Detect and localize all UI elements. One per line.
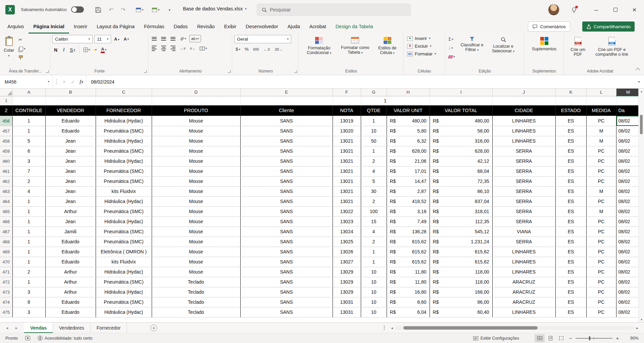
cell-J460[interactable]: SERRA — [492, 156, 555, 166]
cell-E468[interactable]: SANS — [240, 237, 333, 247]
cell-I468[interactable]: R$1.231,24 — [430, 237, 492, 247]
cell-F1[interactable] — [333, 96, 361, 105]
user-avatar[interactable] — [548, 4, 559, 15]
cell-I459[interactable]: R$628,00 — [430, 146, 492, 156]
new-sheet-button[interactable]: + — [150, 325, 157, 331]
cell-L468[interactable]: PC — [586, 237, 616, 247]
row-header-468[interactable]: 468 — [0, 237, 12, 247]
cell-B474[interactable]: Eduardo — [45, 297, 96, 307]
cell-L463[interactable]: M — [586, 186, 616, 196]
cell-G456[interactable]: 1 — [361, 116, 387, 126]
cell-D461[interactable]: Mouse — [152, 166, 240, 176]
qat-overflow-button[interactable]: ▾ — [166, 5, 173, 14]
redo-button[interactable]: ↷ — [118, 5, 128, 14]
cell-M474[interactable]: 08/02 — [616, 297, 640, 307]
cell-K475[interactable]: ES — [555, 307, 586, 317]
cell-F467[interactable]: 13024 — [333, 227, 361, 237]
row-header-459[interactable]: 459 — [0, 146, 12, 156]
zoom-slider-thumb[interactable] — [589, 336, 590, 340]
cell-J1[interactable] — [492, 96, 555, 105]
ribbon-tab-formulas[interactable]: Fórmulas — [139, 19, 169, 34]
column-header-F[interactable]: F — [333, 89, 361, 96]
cell-A473[interactable]: 3 — [12, 287, 45, 297]
zoom-slider[interactable] — [576, 338, 612, 339]
cell-M457[interactable]: 08/02 — [616, 126, 640, 136]
ribbon-tab-revisao[interactable]: Revisão — [192, 19, 219, 34]
decrease-font-size-button[interactable]: A▾ — [122, 36, 130, 43]
cell-K468[interactable]: ES — [555, 237, 586, 247]
macro-record-icon[interactable] — [25, 336, 30, 340]
cell-C466[interactable]: Hidráulica (Hydac) — [96, 216, 152, 227]
cell-A461[interactable]: 7 — [12, 166, 45, 176]
cell-K457[interactable]: ES — [555, 126, 586, 136]
cell-H466[interactable]: R$7,49 — [387, 216, 430, 227]
merge-center-button[interactable]: ▾ — [198, 45, 208, 52]
select-all-corner[interactable] — [0, 89, 12, 96]
cell-E1[interactable] — [240, 96, 333, 105]
cell-G468[interactable]: 2 — [361, 237, 387, 247]
ribbon-tab-exibir[interactable]: Exibir — [219, 19, 241, 34]
cell-J459[interactable]: SERRA — [492, 146, 555, 156]
find-select-button[interactable]: Localizar e Selecionar ▾ — [488, 35, 519, 54]
table-header-medida[interactable]: MEDIDA — [586, 105, 616, 116]
share-button[interactable]: Compartilhamento — [582, 21, 635, 32]
cell-I475[interactable]: R$60,40 — [430, 307, 492, 317]
font-size-select[interactable]: 11▾ — [94, 35, 111, 43]
row-header-1[interactable]: 1 — [0, 96, 12, 105]
delete-cells-button[interactable]: Excluir▾ — [405, 43, 433, 50]
cell-A456[interactable]: 1 — [12, 116, 45, 126]
cell-A462[interactable]: 2 — [12, 176, 45, 186]
sheet-tab-vendas[interactable]: Vendas — [24, 323, 53, 333]
cell-H475[interactable]: R$6,04 — [387, 307, 430, 317]
row-header-457[interactable]: 457 — [0, 126, 12, 136]
cell-D457[interactable]: Mouse — [152, 126, 240, 136]
cell-B456[interactable]: Eduardo — [45, 116, 96, 126]
cell-F460[interactable]: 13021 — [333, 156, 361, 166]
cell-I461[interactable]: R$68,04 — [430, 166, 492, 176]
row-header-465[interactable]: 465 — [0, 206, 12, 216]
cell-A470[interactable]: 1 — [12, 257, 45, 267]
create-pdf-share-button[interactable]: Crie um PDF e compartilhe o link — [591, 35, 632, 57]
align-bottom-button[interactable] — [169, 35, 177, 42]
cell-J473[interactable]: ARACRUZ — [492, 287, 555, 297]
cell-D465[interactable]: Mouse — [152, 206, 240, 216]
orientation-button[interactable]: ab▾ — [179, 35, 188, 42]
table-header-nota[interactable]: NOTA — [333, 105, 361, 116]
cell-F469[interactable]: 13026 — [333, 247, 361, 257]
cell-M1[interactable] — [616, 96, 640, 105]
cell-C457[interactable]: Pneumática (SMC) — [96, 126, 152, 136]
table-header-cidade[interactable]: CIDADE — [492, 105, 555, 116]
cell-J463[interactable]: SERRA — [492, 186, 555, 196]
cell-I458[interactable]: R$316,00 — [430, 136, 492, 146]
font-dialog-launcher-icon[interactable] — [144, 70, 147, 73]
clear-button[interactable]: ▾ — [447, 53, 456, 60]
column-header-C[interactable]: C — [96, 89, 152, 96]
cell-B457[interactable]: Eduardo — [45, 126, 96, 136]
cell-K465[interactable]: ES — [555, 206, 586, 216]
minimize-button[interactable]: – — [587, 0, 606, 19]
normal-view-button[interactable] — [535, 334, 545, 342]
align-right-button[interactable] — [169, 45, 177, 52]
format-cells-button[interactable]: Formatar▾ — [405, 50, 438, 57]
cell-G469[interactable]: 1 — [361, 247, 387, 257]
cell-E461[interactable]: SANS — [240, 166, 333, 176]
cell-C468[interactable]: Pneumática (SMC) — [96, 237, 152, 247]
cell-K470[interactable]: ES — [555, 257, 586, 267]
cell-F471[interactable]: 13029 — [333, 267, 361, 277]
cell-K464[interactable]: ES — [555, 196, 586, 206]
accessibility-status[interactable]: Acessibilidade: tudo certo — [38, 336, 92, 341]
cell-J462[interactable]: SERRA — [492, 176, 555, 186]
row-header-472[interactable]: 472 — [0, 277, 12, 287]
cell-E458[interactable]: SANS — [240, 136, 333, 146]
table-header-qtde[interactable]: QTDE — [361, 105, 387, 116]
cell-J464[interactable]: SERRA — [492, 196, 555, 206]
cell-D458[interactable]: Mouse — [152, 136, 240, 146]
cell-D463[interactable]: Mouse — [152, 186, 240, 196]
cell-C474[interactable]: Pneumática (SMC) — [96, 297, 152, 307]
cell-K460[interactable]: ES — [555, 156, 586, 166]
ribbon-tab-desenvolvedor[interactable]: Desenvolvedor — [241, 19, 283, 34]
comments-button[interactable]: Comentários — [528, 21, 570, 32]
ideas-lightbulb-icon[interactable] — [569, 6, 578, 14]
sort-filter-button[interactable]: Classificar e Filtrar ▾ — [458, 35, 487, 53]
number-format-select[interactable]: Geral▾ — [234, 35, 291, 43]
